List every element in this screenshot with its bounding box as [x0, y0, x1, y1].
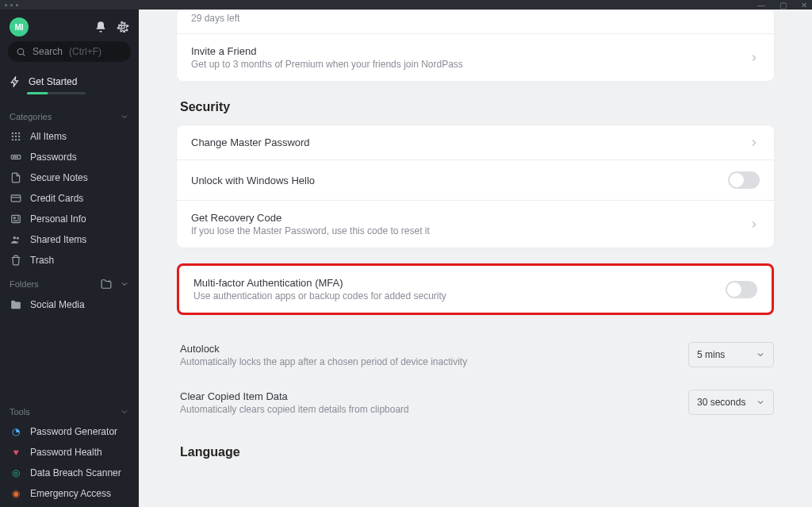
sidebar-item-label: All Items [30, 131, 67, 142]
sidebar-item-trash[interactable]: Trash [0, 250, 139, 271]
card-icon [10, 193, 22, 204]
invite-friend-row[interactable]: Invite a Friend Get up to 3 months of Pr… [177, 33, 774, 81]
recovery-code-row[interactable]: Get Recovery Code If you lose the Master… [177, 200, 774, 248]
sidebar-item-label: Credit Cards [30, 193, 83, 204]
bell-icon[interactable] [94, 21, 107, 33]
app-menu-dots[interactable] [5, 4, 18, 6]
minimize-icon[interactable]: — [757, 1, 765, 10]
add-folder-icon[interactable] [101, 278, 112, 290]
svg-point-14 [17, 156, 17, 157]
tool-label: Emergency Access [30, 488, 111, 499]
invite-title: Invite a Friend [191, 45, 737, 57]
svg-point-0 [121, 25, 124, 29]
security-header: Security [177, 100, 774, 114]
scanner-icon: ◎ [10, 467, 22, 478]
svg-point-18 [13, 236, 17, 240]
svg-point-13 [15, 156, 16, 157]
sidebar-item-shared-items[interactable]: Shared Items [0, 229, 139, 250]
grid-icon [10, 131, 22, 142]
row-title: Change Master Password [191, 136, 737, 148]
row-title: Autolock [180, 343, 677, 355]
search-icon [16, 47, 26, 57]
svg-point-4 [18, 133, 20, 134]
sidebar-item-label: Trash [30, 255, 54, 266]
generator-icon: ◔ [10, 426, 22, 437]
chevron-down-icon[interactable] [120, 279, 129, 289]
tool-password-health[interactable]: ♥ Password Health [0, 442, 139, 463]
titlebar: — ▢ ✕ [0, 0, 812, 10]
trial-days-left: 29 days left [177, 10, 774, 33]
window-controls: — ▢ ✕ [757, 0, 807, 10]
windows-hello-toggle[interactable] [728, 171, 760, 189]
select-value: 30 seconds [697, 397, 745, 408]
row-title: Unlock with Windows Hello [191, 175, 717, 186]
sidebar-item-secure-notes[interactable]: Secure Notes [0, 167, 139, 188]
tool-data-breach-scanner[interactable]: ◎ Data Breach Scanner [0, 463, 139, 483]
svg-point-3 [15, 133, 17, 134]
language-header: Language [177, 445, 774, 459]
folder-icon [10, 299, 22, 310]
invite-sub: Get up to 3 months of Premium when your … [191, 59, 737, 70]
change-master-password-row[interactable]: Change Master Password [177, 125, 774, 159]
tool-label: Data Breach Scanner [30, 467, 121, 478]
row-title: Clear Copied Item Data [180, 390, 677, 402]
id-icon [10, 213, 22, 225]
main-content: 29 days left Invite a Friend Get up to 3… [139, 10, 812, 507]
tool-label: Password Health [30, 447, 102, 458]
sidebar-item-label: Passwords [30, 152, 77, 163]
row-title: Get Recovery Code [191, 212, 737, 224]
get-started-link[interactable]: Get Started [10, 76, 129, 87]
folder-item-social-media[interactable]: Social Media [0, 294, 139, 315]
row-sub: Use authentication apps or backup codes … [193, 290, 714, 302]
select-value: 5 mins [697, 349, 725, 360]
sidebar-item-credit-cards[interactable]: Credit Cards [0, 188, 139, 209]
chevron-down-icon [756, 398, 765, 407]
tool-password-generator[interactable]: ◔ Password Generator [0, 421, 139, 442]
sidebar-item-all-items[interactable]: All Items [0, 126, 139, 147]
tool-label: Password Generator [30, 426, 117, 437]
row-sub: Automatically clears copied item details… [180, 404, 677, 415]
svg-point-7 [18, 136, 20, 137]
note-icon [10, 172, 22, 183]
avatar[interactable]: MI [10, 17, 29, 36]
svg-point-10 [18, 139, 20, 140]
gear-icon[interactable] [117, 21, 129, 33]
maximize-icon[interactable]: ▢ [779, 1, 787, 10]
categories-header: Categories [10, 112, 52, 121]
people-icon [10, 234, 22, 245]
svg-point-2 [12, 133, 13, 134]
chevron-right-icon [749, 219, 760, 230]
svg-point-19 [17, 237, 19, 240]
password-icon [10, 152, 22, 163]
search-input[interactable]: Search (Ctrl+F) [8, 41, 131, 62]
sidebar-item-label: Secure Notes [30, 172, 88, 183]
svg-point-1 [17, 48, 24, 55]
svg-point-8 [12, 139, 13, 140]
tools-header: Tools [10, 407, 30, 417]
chevron-down-icon[interactable] [120, 407, 129, 417]
clear-copied-select[interactable]: 30 seconds [688, 390, 774, 415]
sidebar-item-passwords[interactable]: Passwords [0, 147, 139, 167]
chevron-down-icon [756, 350, 765, 359]
folders-header: Folders [10, 279, 39, 289]
get-started-label: Get Started [29, 76, 77, 87]
mfa-toggle[interactable] [726, 281, 757, 298]
sidebar-item-personal-info[interactable]: Personal Info [0, 209, 139, 229]
get-started-progress [27, 92, 86, 94]
autolock-select[interactable]: 5 mins [688, 342, 774, 367]
svg-point-5 [12, 136, 13, 137]
emergency-icon: ◉ [10, 488, 22, 499]
trash-icon [10, 255, 22, 266]
svg-point-9 [15, 139, 17, 140]
chevron-right-icon [749, 52, 760, 63]
close-icon[interactable]: ✕ [801, 1, 807, 10]
sidebar-item-label: Shared Items [30, 234, 86, 245]
autolock-row: Autolock Automatically locks the app aft… [177, 331, 774, 378]
mfa-row: Multi-factor Authentication (MFA) Use au… [179, 266, 772, 313]
clear-copied-row: Clear Copied Item Data Automatically cle… [177, 378, 774, 426]
tool-emergency-access[interactable]: ◉ Emergency Access [0, 483, 139, 504]
chevron-down-icon[interactable] [120, 112, 129, 121]
svg-point-12 [13, 156, 14, 157]
windows-hello-row: Unlock with Windows Hello [177, 159, 774, 200]
bolt-icon [10, 76, 21, 87]
